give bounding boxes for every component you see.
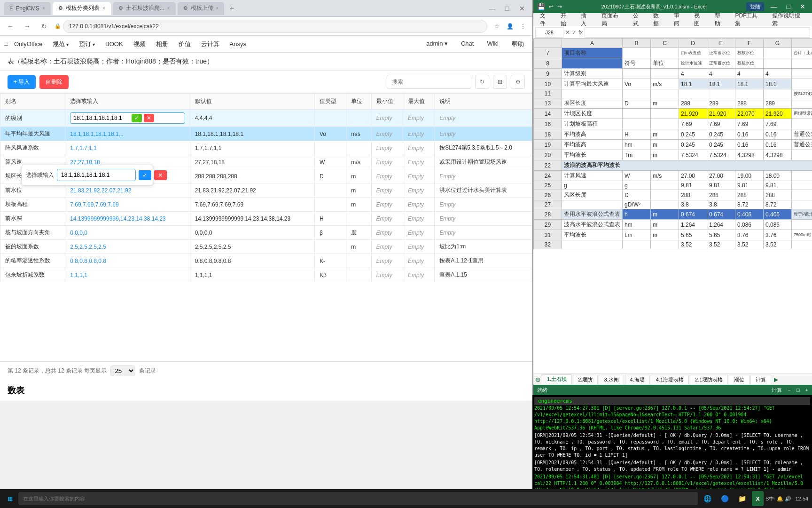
per-page-select[interactable]: 25 50 100 xyxy=(110,365,135,376)
profile-icon[interactable]: 👤 xyxy=(504,21,515,32)
cell-E7[interactable]: 正常蓄水位 xyxy=(707,48,735,58)
cell-A14[interactable]: 计坝区长度 xyxy=(562,109,623,119)
cell-H7[interactable]: 台计：土石坝 xyxy=(792,48,812,58)
cell-F10[interactable]: 18.1 xyxy=(735,79,764,89)
cell-E32[interactable]: 3.52 xyxy=(707,240,735,249)
cell-D29[interactable]: 1.264 xyxy=(679,220,707,230)
cell-H9[interactable] xyxy=(792,69,812,79)
cell-B10[interactable]: Vo xyxy=(623,79,651,89)
nav-video[interactable]: 视频 xyxy=(129,38,150,50)
excel-zoom-minus[interactable]: − xyxy=(788,387,790,393)
sheet-tab-calc[interactable]: 计算 xyxy=(750,375,771,384)
cell-H27[interactable] xyxy=(792,200,812,209)
cell-G8[interactable] xyxy=(764,58,792,69)
cell-input[interactable]: 7.69,7.69,7.69,7.69 xyxy=(65,198,190,212)
cell-A26[interactable]: 风区长度 xyxy=(562,190,623,200)
cell-D14[interactable]: 21.920 xyxy=(679,109,707,119)
cell-E28[interactable]: 0.674 xyxy=(707,209,735,220)
cell-G11[interactable] xyxy=(764,89,792,98)
cell-input[interactable]: 2.5,2.5,2.5,2.5 xyxy=(65,240,190,254)
cell-A29[interactable]: 波高水平波浪公式查表 xyxy=(562,220,623,230)
restore-button[interactable]: □ xyxy=(500,2,514,15)
col-header-D[interactable]: D xyxy=(679,39,707,48)
cell-B20[interactable]: Tm xyxy=(623,150,651,160)
cell-G25[interactable]: 9.81 xyxy=(764,181,792,190)
sheet-tab-3[interactable]: 3.水闸 xyxy=(599,375,624,384)
cell-A8[interactable] xyxy=(562,58,623,69)
cell-G31[interactable]: 3.76 xyxy=(764,230,792,240)
cell-H29[interactable] xyxy=(792,220,812,230)
cell-F13[interactable]: 288 xyxy=(735,98,764,109)
cell-E14[interactable]: 21.920 xyxy=(707,109,735,119)
cell-B11[interactable] xyxy=(623,89,651,98)
cell-input[interactable]: 1.7,1.7,1,1 xyxy=(65,141,190,155)
cell-H10[interactable] xyxy=(792,79,812,89)
cell-H26[interactable] xyxy=(792,190,812,200)
cell-F32[interactable]: 3.52 xyxy=(735,240,764,249)
sheet-tab-2[interactable]: 2.堰防 xyxy=(573,375,598,384)
tab-close-template[interactable]: × xyxy=(102,6,105,11)
cell-C20[interactable]: m xyxy=(651,150,679,160)
cell-F24[interactable]: 19.00 xyxy=(735,171,764,181)
cell-H8[interactable] xyxy=(792,58,812,69)
cell-F20[interactable]: 4.3298 xyxy=(735,150,764,160)
taskbar-folder-icon[interactable]: 📁 xyxy=(734,491,750,506)
cell-H14[interactable]: 用坝型设计书查取坝前取水位 xyxy=(792,109,812,119)
cell-B8[interactable]: 符号 xyxy=(623,58,651,69)
cell-A10[interactable]: 计算平均最大风速 xyxy=(562,79,623,89)
cell-C24[interactable]: m/s xyxy=(651,171,679,181)
cell-H28[interactable]: 对于内陆情况水库，当F<20m/s，D<20000m xyxy=(792,209,812,220)
close-button[interactable]: ✕ xyxy=(515,2,529,15)
cell-D31[interactable]: 5.65 xyxy=(679,230,707,240)
cell-E20[interactable]: 7.5324 xyxy=(707,150,735,160)
cell-D27[interactable]: 3.8 xyxy=(679,200,707,209)
taskbar-start[interactable]: ⊞ xyxy=(4,491,16,506)
cell-C7[interactable] xyxy=(651,48,679,58)
excel-close-button[interactable]: ✕ xyxy=(797,3,808,10)
cell-F14[interactable]: 22.070 xyxy=(735,109,764,119)
cell-E16[interactable]: 7.69 xyxy=(707,119,735,129)
clear-button[interactable]: 自删除 xyxy=(39,75,69,89)
cell-C31[interactable]: m xyxy=(651,230,679,240)
cell-H31[interactable]: 7500m时，可采用平均水深公式 xyxy=(792,230,812,240)
menu-icon[interactable]: ⋮ xyxy=(517,21,529,32)
cell-G27[interactable]: 8.72 xyxy=(764,200,792,209)
cell-E24[interactable]: 27.00 xyxy=(707,171,735,181)
cancel-edit-row1[interactable]: ✕ xyxy=(144,114,154,122)
cell-G18[interactable]: 0.16 xyxy=(764,129,792,140)
cell-A11[interactable] xyxy=(562,89,623,98)
cell-H20[interactable] xyxy=(792,150,812,160)
col-header-B[interactable]: B xyxy=(623,39,651,48)
cell-A31[interactable]: 平均波长 xyxy=(562,230,623,240)
formula-input[interactable] xyxy=(585,27,810,38)
formula-cancel-icon[interactable]: ✕ xyxy=(565,29,570,36)
nav-chat[interactable]: Chat xyxy=(456,38,478,50)
col-header-A[interactable]: A xyxy=(562,39,623,48)
cell-G24[interactable]: 18.00 xyxy=(764,171,792,181)
sheet-scroll-right[interactable]: ▶ xyxy=(772,376,780,383)
cell-H16[interactable] xyxy=(792,119,812,129)
cell-C19[interactable]: m xyxy=(651,140,679,150)
cell-C28[interactable]: m xyxy=(651,209,679,220)
cell-H19[interactable]: 普通公式 xyxy=(792,140,812,150)
excel-redo-icon[interactable]: ↪ xyxy=(557,3,562,10)
sheet-tab-4[interactable]: 4.海堤 xyxy=(625,375,650,384)
tab-close-dam[interactable]: × xyxy=(167,6,170,11)
cell-G32[interactable]: 3.52 xyxy=(764,240,792,249)
back-button[interactable]: ← xyxy=(4,20,17,33)
reload-button[interactable]: ↻ xyxy=(38,20,51,33)
nav-ansys[interactable]: Ansys xyxy=(225,39,251,49)
tab-template-list[interactable]: ⚙ 模板分类列表 × xyxy=(53,2,111,15)
cell-F9[interactable]: 4 xyxy=(735,69,764,79)
excel-undo-icon[interactable]: ↩ xyxy=(549,3,554,10)
cell-input[interactable]: 1,1,1,1 xyxy=(65,268,190,282)
cell-C10[interactable]: m/s xyxy=(651,79,679,89)
cell-B13[interactable]: D xyxy=(623,98,651,109)
cell-F27[interactable]: 8.72 xyxy=(735,200,764,209)
cell-B27[interactable]: gD/W² xyxy=(623,200,651,209)
cell-input[interactable]: ✓ ✕ xyxy=(65,110,190,127)
cell-D10[interactable]: 18.1 xyxy=(679,79,707,89)
excel-minimize-button[interactable]: — xyxy=(768,3,780,10)
col-header-F[interactable]: F xyxy=(735,39,764,48)
cell-C16[interactable] xyxy=(651,119,679,129)
